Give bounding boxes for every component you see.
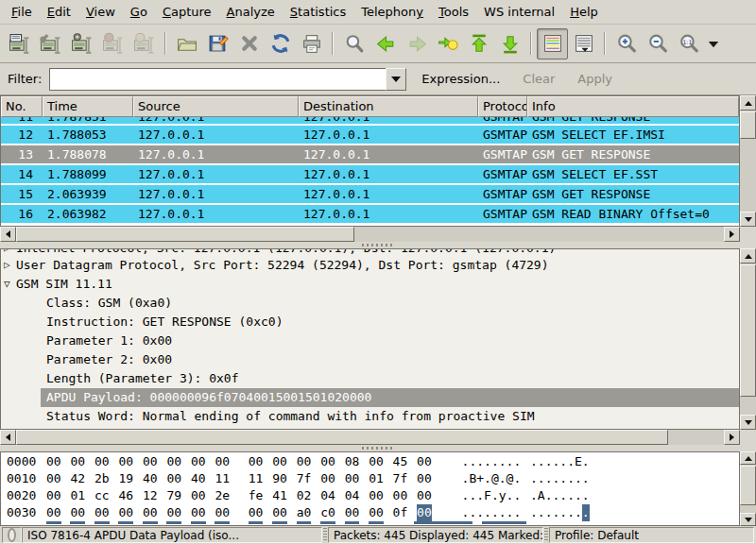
menu-telephony[interactable]: Telephony	[353, 1, 431, 23]
scroll-left-button[interactable]	[0, 227, 16, 242]
capture-stop-button[interactable]	[97, 28, 129, 60]
detail-row[interactable]: ▷Internet Protocol, Src: 127.0.0.1 (127.…	[1, 249, 739, 256]
detail-row[interactable]: APDU Payload: 000000096f0704001500150102…	[1, 388, 739, 407]
detail-row[interactable]: ▷User Datagram Protocol, Src Port: 52294…	[1, 256, 739, 275]
scroll-right-button[interactable]	[724, 227, 740, 242]
capture-options-button[interactable]	[35, 28, 66, 60]
packet-row-11[interactable]: 111.787851127.0.0.1127.0.0.1GSMTAPGSM GE…	[1, 117, 739, 126]
packet-row-14[interactable]: 141.788099127.0.0.1127.0.0.1GSMTAPGSM SE…	[1, 165, 739, 185]
pane-splitter[interactable]	[0, 445, 756, 451]
filter-input[interactable]	[49, 68, 386, 91]
interface-list-button[interactable]	[4, 28, 35, 60]
expander-expanded-icon[interactable]: ▽	[4, 275, 10, 294]
scrollbar-thumb[interactable]	[740, 111, 756, 139]
print-icon	[301, 32, 323, 55]
clear-button[interactable]: Clear	[515, 69, 562, 89]
hex-row-0020[interactable]: 002000 01 cc 46 12 79 00 2e fe 41 02 04 …	[7, 487, 739, 504]
go-back-button[interactable]	[369, 28, 401, 60]
capture-start-button[interactable]	[66, 28, 97, 60]
menu-view[interactable]: View	[78, 1, 123, 23]
detail-row[interactable]: Parameter 1: 0x00	[1, 332, 739, 350]
go-to-bottom-button[interactable]	[494, 28, 525, 60]
packet-list-hscrollbar[interactable]	[0, 227, 740, 242]
print-button[interactable]	[296, 28, 327, 60]
filter-label[interactable]: Filter:	[8, 72, 42, 86]
detail-row[interactable]: ▽GSM SIM 11.11	[1, 275, 739, 294]
column-header-source[interactable]: Source	[133, 96, 299, 117]
scroll-right-button[interactable]	[724, 430, 740, 445]
close-file-button[interactable]	[233, 28, 265, 60]
hex-row-0010[interactable]: 001000 42 2b 19 40 00 40 11 11 90 7f 00 …	[7, 470, 739, 487]
expander-collapsed-icon[interactable]: ▷	[4, 256, 10, 275]
scroll-up-button[interactable]	[740, 248, 756, 264]
expander-collapsed-icon[interactable]: ▷	[4, 249, 10, 256]
packet-list-vscrollbar[interactable]	[740, 95, 756, 227]
column-header-no[interactable]: No.	[1, 96, 43, 117]
open-file-button[interactable]	[171, 28, 202, 60]
hex-row-0000[interactable]: 000000 00 00 00 00 00 00 00 00 00 00 00 …	[7, 453, 739, 470]
scroll-left-button[interactable]	[0, 430, 16, 445]
hex-vscrollbar[interactable]	[740, 451, 756, 526]
column-header-info[interactable]: Info	[527, 96, 739, 117]
cell-source: 127.0.0.1	[133, 185, 299, 203]
capture-restart-button[interactable]	[129, 28, 160, 60]
menu-ws-internal[interactable]: WS internal	[476, 1, 562, 23]
ascii-char: .	[582, 470, 590, 487]
menu-tools[interactable]: Tools	[431, 1, 476, 23]
filter-dropdown-button[interactable]	[386, 68, 406, 91]
packet-row-16[interactable]: 162.063982127.0.0.1127.0.0.1GSMTAPGSM RE…	[1, 205, 739, 225]
profile-status[interactable]: Profile: Default	[549, 527, 754, 543]
hex-row-0040[interactable]: 004000 00 09 6f 07 04 00 15 00 15 01 02 …	[7, 521, 739, 524]
scrollbar-thumb[interactable]	[16, 227, 354, 242]
auto-scroll-button[interactable]	[568, 28, 599, 60]
go-to-top-button[interactable]	[463, 28, 494, 60]
zoom-in-button[interactable]	[610, 28, 642, 60]
apply-button[interactable]: Apply	[570, 69, 620, 89]
menu-edit[interactable]: Edit	[40, 1, 78, 23]
expert-info-button[interactable]	[2, 527, 22, 543]
go-to-packet-button[interactable]	[432, 28, 463, 60]
detail-row[interactable]: Parameter 2: 0x00	[1, 350, 739, 369]
menu-file[interactable]: File	[4, 1, 40, 23]
menu-go[interactable]: Go	[123, 1, 155, 23]
detail-hscrollbar[interactable]	[0, 430, 740, 445]
column-header-time[interactable]: Time	[43, 96, 133, 117]
statusbar-grip-icon[interactable]	[544, 528, 548, 542]
packet-row-12[interactable]: 121.788053127.0.0.1127.0.0.1GSMTAPGSM SE…	[1, 126, 739, 145]
go-forward-button[interactable]	[401, 28, 432, 60]
reload-button[interactable]	[265, 28, 296, 60]
hex-row-0030[interactable]: 003000 00 00 00 00 00 00 00 00 00 a0 c0 …	[7, 504, 739, 521]
menu-help[interactable]: Help	[562, 1, 606, 23]
detail-row[interactable]: Instruction: GET RESPONSE (0xc0)	[1, 313, 739, 332]
column-header-destination[interactable]: Destination	[299, 96, 478, 117]
scroll-down-button[interactable]	[740, 513, 756, 526]
detail-vscrollbar[interactable]	[740, 248, 756, 430]
scrollbar-thumb[interactable]	[740, 466, 756, 505]
zoom-out-button[interactable]	[642, 28, 673, 60]
save-file-button[interactable]	[202, 28, 233, 60]
scroll-up-button[interactable]	[740, 451, 756, 465]
scrollbar-thumb[interactable]	[740, 264, 756, 397]
detail-row[interactable]: Length (Parameter 3): 0x0f	[1, 369, 739, 388]
menu-statistics[interactable]: Statistics	[283, 1, 353, 23]
ascii-char: .	[567, 487, 575, 504]
pane-splitter[interactable]	[0, 242, 756, 248]
statusbar-grip-icon[interactable]	[323, 528, 327, 542]
scroll-down-button[interactable]	[740, 212, 756, 227]
find-packet-button[interactable]	[338, 28, 369, 60]
packet-row-13[interactable]: 131.788078127.0.0.1127.0.0.1GSMTAPGSM GE…	[1, 145, 739, 165]
scroll-up-button[interactable]	[740, 95, 756, 110]
detail-row[interactable]: Status Word: Normal ending of command wi…	[1, 407, 739, 426]
zoom-100-button[interactable]: 1:1	[673, 28, 704, 60]
menu-capture[interactable]: Capture	[155, 1, 219, 23]
column-header-protocol[interactable]: Protocol	[478, 96, 527, 117]
expression-button[interactable]: Expression...	[414, 69, 507, 89]
colorize-button[interactable]	[537, 28, 568, 60]
detail-row[interactable]: Class: GSM (0xa0)	[1, 294, 739, 313]
toolbar-overflow-button[interactable]	[704, 28, 723, 60]
packet-row-15[interactable]: 152.063939127.0.0.1127.0.0.1GSMTAPGSM GE…	[1, 185, 739, 205]
menu-analyze[interactable]: Analyze	[219, 1, 283, 23]
hex-byte: 00	[369, 504, 384, 521]
scrollbar-thumb[interactable]	[16, 430, 668, 445]
scroll-down-button[interactable]	[740, 415, 756, 430]
